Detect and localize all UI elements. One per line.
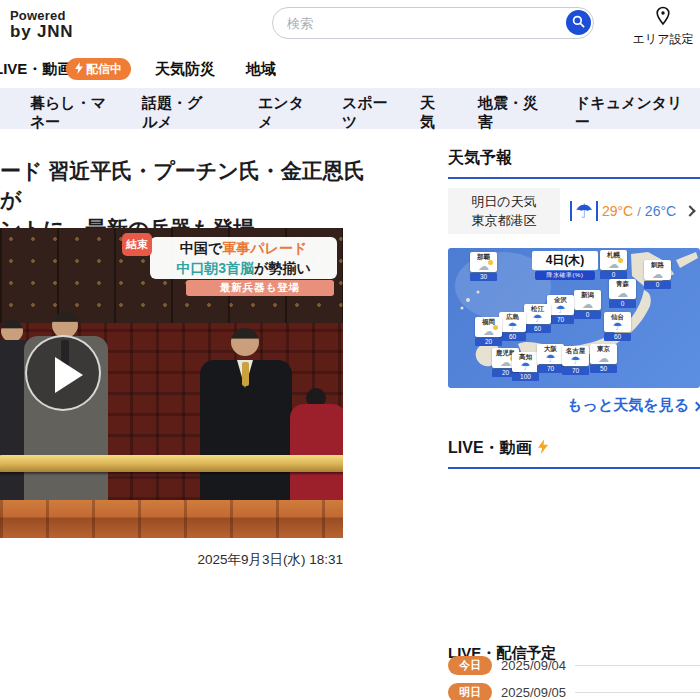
caption-banner: 最新兵器も登場 — [186, 280, 334, 296]
category-nav-item[interactable]: 話題・グルメ — [142, 93, 210, 131]
more-weather-link[interactable]: もっと天気を見る — [448, 396, 700, 415]
city-name: 釧路 — [644, 261, 671, 268]
city-card: 札幌 ☁ — [600, 250, 627, 270]
live-video-section-heading: LIVE・動画 — [448, 438, 700, 469]
area-settings-label: エリア設定 — [629, 31, 697, 48]
map-city-forecast: 広島 ☂ 60 — [499, 312, 526, 341]
figure-head — [1, 320, 23, 342]
tomorrow-weather-row[interactable]: 明日の天気 東京都港区 ☂ 29°C / 26°C — [448, 188, 700, 234]
search-box[interactable] — [272, 7, 594, 39]
city-name: 札幌 — [600, 251, 627, 258]
city-precip-value: 70 — [562, 367, 589, 375]
city-name: 青森 — [609, 280, 636, 287]
more-weather-label: もっと天気を見る — [567, 396, 689, 413]
city-precip-value: 70 — [537, 365, 564, 373]
video-player[interactable]: 結束 中国で軍事パレード 中口朝3首脳が勢揃い 最新兵器も登場 — [0, 228, 343, 538]
weather-location-box: 明日の天気 東京都港区 — [448, 188, 560, 234]
schedule-day-badge: 今日 — [448, 656, 492, 675]
search-input[interactable] — [287, 9, 557, 37]
caption-badge: 結束 — [122, 233, 152, 256]
city-precip-value: 0 — [600, 271, 627, 279]
weather-location-line2: 東京都港区 — [472, 211, 537, 230]
city-card: 名古屋 ☂ — [562, 346, 589, 366]
map-city-forecast: 名古屋 ☂ 70 — [562, 346, 589, 375]
rain-umbrella-icon: ☂ — [570, 201, 598, 221]
category-nav-item[interactable]: 地震・災害 — [478, 93, 544, 131]
schedule-day-badge: 明日 — [448, 683, 492, 700]
city-card: 広島 ☂ — [499, 312, 526, 332]
category-nav-item[interactable]: スポーツ — [342, 93, 392, 131]
japan-weather-map[interactable]: 4日(木) 降水確率(%) 那覇 ☁ 30 札幌 ☁ 0 釧路 ☁ 0 青森 ☁ — [448, 248, 700, 388]
city-precip-value: 70 — [547, 316, 574, 324]
city-card: 松江 ☂ — [524, 304, 551, 324]
schedule-row[interactable]: 今日 2025/09/04 — [448, 656, 700, 675]
weather-section-heading: 天気予報 — [448, 148, 700, 179]
nav-item[interactable]: 天気防災 — [155, 60, 215, 79]
map-city-forecast: 青森 ☁ 0 — [609, 279, 636, 308]
nav-item[interactable]: 地域 — [246, 60, 276, 79]
city-precip-value: 60 — [604, 333, 631, 341]
lightning-icon — [75, 62, 83, 77]
caption2-teal: 中口朝3首脳 — [176, 260, 254, 276]
play-button[interactable] — [25, 335, 101, 411]
city-card: 那覇 ☁ — [470, 252, 497, 272]
city-card: 仙台 ☂ — [604, 312, 631, 332]
city-name: 名古屋 — [562, 347, 589, 354]
city-weather-icon: ☂ — [562, 354, 589, 366]
city-name: 東京 — [590, 345, 617, 352]
live-badge-label: 配信中 — [86, 61, 122, 78]
city-card: 東京 ☁ — [590, 344, 617, 364]
city-name: 新潟 — [574, 291, 601, 298]
city-card: 青森 ☁ — [609, 279, 636, 299]
chevron-right-icon — [684, 205, 695, 216]
category-nav-item[interactable]: ドキュメンタリー — [575, 93, 687, 131]
area-settings-button[interactable]: エリア設定 — [629, 6, 697, 48]
map-city-forecast: 札幌 ☁ 0 — [600, 250, 627, 279]
logo-line1: Powered — [10, 9, 73, 23]
city-name: 高知 — [512, 353, 539, 360]
nav-live-video[interactable]: LIVE・動画 — [0, 60, 72, 79]
city-weather-icon: ☂ — [524, 312, 551, 324]
category-nav-bar: 暮らし・マネー話題・グルメエンタメスポーツ天気地震・災害ドキュメンタリー — [0, 88, 700, 129]
city-weather-icon: ☁ — [609, 287, 636, 299]
category-nav-item[interactable]: 天気 — [420, 93, 438, 131]
city-weather-icon: ☂ — [512, 360, 539, 372]
category-nav-item[interactable]: エンタメ — [258, 93, 310, 131]
chevron-right-icon — [692, 402, 700, 412]
city-precip-value: 30 — [470, 273, 497, 281]
city-precip-value: 60 — [499, 333, 526, 341]
city-precip-value: 0 — [609, 300, 636, 308]
search-button[interactable] — [566, 10, 591, 35]
live-streaming-badge[interactable]: 配信中 — [66, 58, 131, 80]
city-name: 松江 — [524, 305, 551, 312]
schedule-row[interactable]: 明日 2025/09/05 — [448, 683, 700, 700]
logo-line2: by JNN — [10, 23, 73, 41]
city-weather-icon: ☂ — [499, 320, 526, 332]
map-city-forecast: 新潟 ☁ 0 — [574, 290, 601, 319]
video-scene-gold-railing — [0, 455, 343, 472]
city-card: 福岡 ☁ — [475, 317, 502, 337]
city-name: 那覇 — [470, 253, 497, 260]
city-weather-icon: ☂ — [604, 320, 631, 332]
caption2-black: が勢揃い — [254, 260, 311, 276]
city-name: 大阪 — [537, 345, 564, 352]
category-nav-item[interactable]: 暮らし・マネー — [30, 93, 112, 131]
schedule-date: 2025/09/05 — [501, 685, 566, 700]
headline-line1: ード 習近平氏・プーチン氏・金正恩氏が — [0, 156, 365, 214]
city-name: 仙台 — [604, 313, 631, 320]
city-weather-icon: ☁ — [470, 260, 497, 272]
caption1-orange: 軍事パレード — [222, 240, 307, 256]
city-precip-value: 0 — [574, 311, 601, 319]
map-city-forecast: 那覇 ☁ 30 — [470, 252, 497, 281]
jnn-logo[interactable]: Powered by JNN — [10, 9, 73, 40]
city-card: 高知 ☂ — [512, 352, 539, 372]
city-weather-icon: ☂ — [537, 352, 564, 364]
city-weather-icon: ☂ — [547, 303, 574, 315]
city-precip-value: 100 — [512, 373, 539, 381]
map-city-forecast: 高知 ☂ 100 — [512, 352, 539, 381]
video-scene-roof-tiles — [0, 500, 343, 538]
city-name: 金沢 — [547, 296, 574, 303]
weather-heading-label: 天気予報 — [448, 148, 512, 169]
high-temp: 29°C — [602, 203, 633, 219]
temp-separator: / — [637, 204, 641, 219]
